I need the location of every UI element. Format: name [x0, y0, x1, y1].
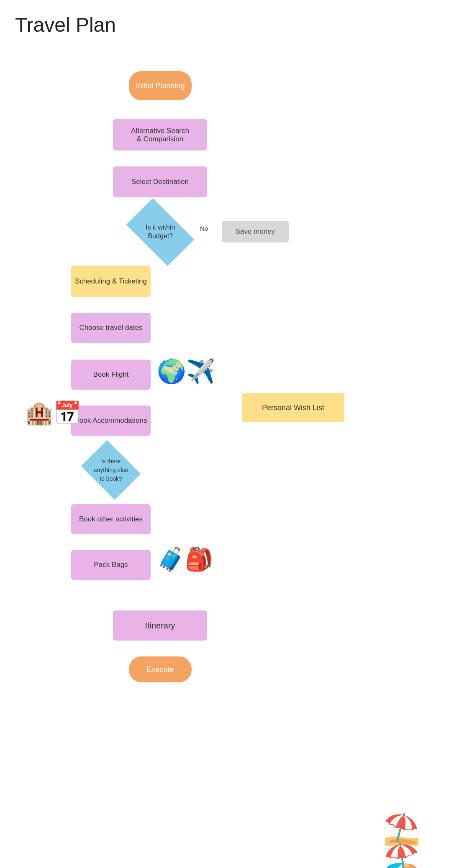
book-activities-node: Book other activities: [71, 504, 151, 534]
initial-planning-label: Initial Planning: [136, 82, 185, 90]
travel-dates-label: Choose travel dates: [79, 324, 142, 332]
pack-bags-node: Pack Bags: [71, 550, 151, 580]
page-title: Travel Plan: [15, 13, 116, 36]
alt-search-node: Alternative Search & Comparision: [113, 119, 207, 151]
travel-dates-node: Choose travel dates: [71, 313, 151, 343]
hotel-icon: 🏨📅: [25, 401, 81, 424]
book-flight-label: Book Flight: [93, 370, 128, 379]
itinerary-node: Itinerary: [113, 610, 207, 641]
save-money-label: Save money: [236, 227, 275, 236]
execute-node: Execute: [129, 656, 192, 682]
save-money-node: Save money: [222, 221, 289, 243]
anything-else-node: Is there anything else to book?: [81, 440, 141, 500]
globe-plane-icon: 🌍✈️: [157, 360, 215, 383]
anything-else-label: Is there anything else to book?: [94, 457, 128, 483]
budget-check-label: Is it within Budget?: [146, 223, 175, 241]
itinerary-label: Itinerary: [145, 621, 175, 631]
select-destination-node: Select Destination: [113, 166, 207, 197]
no-label: No: [200, 225, 208, 232]
select-destination-label: Select Destination: [131, 178, 189, 186]
personal-wish-node: Personal Wish List: [242, 393, 344, 422]
alt-search-label: Alternative Search & Comparision: [131, 127, 189, 143]
personal-wish-label: Personal Wish List: [262, 403, 324, 412]
book-accommodations-label: Book Accommodations: [75, 416, 147, 425]
beach-decoration: ⛱️🏖️: [383, 814, 441, 855]
book-activities-label: Book other activities: [79, 515, 143, 523]
initial-planning-node: Initial Planning: [129, 71, 192, 100]
budget-check-node: Is it within Budget?: [126, 198, 195, 266]
pack-bags-label: Pack Bags: [94, 561, 128, 569]
book-accommodations-node: Book Accommodations: [71, 406, 151, 436]
execute-label: Execute: [146, 665, 174, 674]
scheduling-node: Scheduling & Ticketing: [71, 266, 151, 297]
scheduling-label: Scheduling & Ticketing: [75, 277, 147, 286]
luggage-icon: 🧳🎒: [157, 548, 213, 570]
book-flight-node: Book Flight: [71, 360, 151, 390]
